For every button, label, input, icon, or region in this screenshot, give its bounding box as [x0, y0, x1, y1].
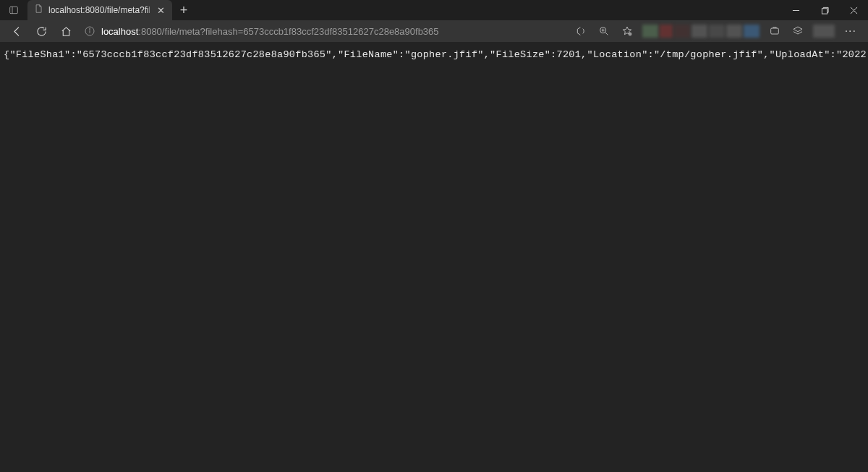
- extension-icon[interactable]: [692, 25, 707, 38]
- site-info-icon[interactable]: [84, 25, 95, 37]
- extensions-area: [642, 25, 760, 38]
- window-controls: [781, 0, 868, 20]
- svg-point-8: [90, 29, 90, 30]
- svg-rect-0: [10, 7, 18, 13]
- refresh-button[interactable]: [30, 21, 52, 41]
- svg-line-10: [605, 33, 608, 35]
- collections-icon[interactable]: [787, 21, 809, 41]
- svg-rect-16: [770, 28, 778, 34]
- title-bar: localhost:8080/file/meta?filehash ✕ +: [0, 0, 868, 20]
- new-tab-button[interactable]: +: [172, 0, 195, 20]
- settings-menu-button[interactable]: ···: [839, 25, 862, 38]
- tab-close-button[interactable]: ✕: [155, 4, 166, 16]
- url-host: localhost: [101, 26, 138, 37]
- extension-icon[interactable]: [674, 25, 690, 38]
- close-button[interactable]: [839, 0, 868, 20]
- page-icon: [33, 4, 43, 17]
- toolbar-right: ···: [570, 21, 862, 41]
- json-response-text: {"FileSha1":"6573cccb1f83ccf23df83512627…: [4, 49, 864, 60]
- tab-actions-button[interactable]: [0, 0, 27, 20]
- read-aloud-icon[interactable]: [570, 21, 592, 41]
- home-button[interactable]: [55, 21, 77, 41]
- url-path: :8080/file/meta?filehash=6573cccb1f83ccf…: [138, 26, 438, 37]
- favorite-icon[interactable]: [616, 21, 638, 41]
- browser-tab[interactable]: localhost:8080/file/meta?filehash ✕: [27, 0, 172, 20]
- url-text: localhost:8080/file/meta?filehash=6573cc…: [101, 26, 563, 37]
- screenshot-icon[interactable]: [764, 21, 786, 41]
- minimize-button[interactable]: [781, 0, 810, 20]
- profile-icon[interactable]: [813, 25, 835, 38]
- address-bar[interactable]: localhost:8080/file/meta?filehash=6573cc…: [84, 22, 563, 41]
- profile-area: [813, 25, 835, 38]
- extension-icon[interactable]: [660, 25, 673, 38]
- page-content: {"FileSha1":"6573cccb1f83ccf23df83512627…: [0, 42, 868, 472]
- back-button[interactable]: [6, 21, 27, 41]
- zoom-icon[interactable]: [593, 21, 615, 41]
- toolbar: localhost:8080/file/meta?filehash=6573cc…: [0, 20, 868, 42]
- maximize-button[interactable]: [810, 0, 839, 20]
- tab-title: localhost:8080/file/meta?filehash: [48, 5, 150, 15]
- extension-icon[interactable]: [744, 25, 760, 38]
- svg-rect-3: [822, 8, 827, 13]
- extension-icon[interactable]: [642, 25, 658, 38]
- extension-icon[interactable]: [709, 25, 725, 38]
- extension-icon[interactable]: [726, 25, 742, 38]
